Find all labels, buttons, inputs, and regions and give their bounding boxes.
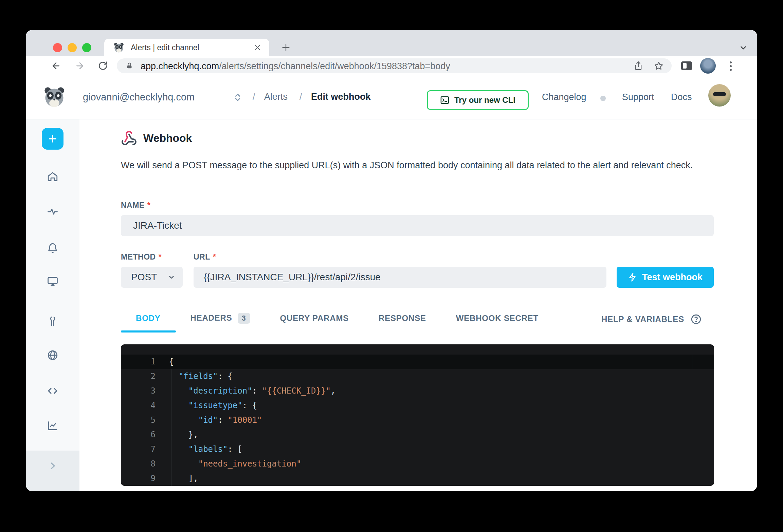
sidebar-item-maintenance-wrench-icon[interactable] <box>47 316 58 327</box>
try-cli-button[interactable]: Try our new CLI <box>427 90 529 110</box>
sidebar-item-dashboards-icon[interactable] <box>47 276 58 287</box>
url-label: URL* <box>194 252 216 262</box>
test-webhook-label: Test webhook <box>642 272 703 283</box>
url-path: /alerts/settings/channels/edit/webhook/1… <box>219 61 450 71</box>
required-asterisk: * <box>147 201 150 210</box>
tab-query-params[interactable]: QUERY PARAMS <box>265 314 364 323</box>
sidebar-item-home-icon[interactable] <box>47 171 58 183</box>
plus-icon <box>47 133 58 144</box>
browser-tabstrip: Alerts | edit channel <box>26 30 757 56</box>
collapse-chevron-icon[interactable] <box>48 461 58 471</box>
tab-webhook-secret[interactable]: WEBHOOK SECRET <box>441 314 553 323</box>
code-line[interactable]: 3 "description": "{{CHECK_ID}}", <box>121 384 714 398</box>
code-line[interactable]: 9 ], <box>121 471 714 486</box>
close-tab-icon[interactable] <box>253 43 262 52</box>
tab-search-chevron-icon[interactable] <box>739 43 748 52</box>
webhook-tabs: BODY HEADERS3 QUERY PARAMS RESPONSE WEBH… <box>121 313 553 324</box>
page-title: Webhook <box>143 132 192 145</box>
method-select[interactable]: POST <box>121 267 183 288</box>
account-chevrons-icon[interactable] <box>233 92 242 102</box>
indent-guide <box>181 384 181 486</box>
sidebar-item-snippets-code-icon[interactable] <box>47 385 58 397</box>
docs-link[interactable]: Docs <box>671 92 692 102</box>
line-number: 4 <box>121 398 156 413</box>
changelog-link[interactable]: Changelog <box>542 92 586 102</box>
code-line[interactable]: 2 "fields": { <box>121 369 714 384</box>
code-line[interactable]: 6 }, <box>121 428 714 442</box>
test-webhook-button[interactable]: Test webhook <box>617 267 714 288</box>
fullscreen-window-button[interactable] <box>82 43 91 52</box>
line-number: 5 <box>121 413 156 428</box>
forward-icon[interactable] <box>75 61 85 71</box>
changelog-dot <box>600 96 606 101</box>
account-switcher[interactable]: giovanni@checklyhq.com <box>83 92 195 103</box>
new-tab-icon[interactable] <box>281 43 291 52</box>
tab-response[interactable]: RESPONSE <box>364 314 441 323</box>
bookmark-star-icon[interactable] <box>654 61 663 71</box>
breadcrumb-alerts[interactable]: Alerts <box>264 92 288 102</box>
required-asterisk: * <box>213 252 216 261</box>
sidebar-item-private-locations-globe-icon[interactable] <box>47 349 58 361</box>
line-number: 6 <box>121 428 156 442</box>
checkly-favicon <box>113 42 125 53</box>
tab-title: Alerts | edit channel <box>131 43 199 52</box>
minimize-window-button[interactable] <box>68 43 77 52</box>
support-link[interactable]: Support <box>622 92 654 102</box>
webhook-icon <box>121 130 137 147</box>
sidebar-collapse-bar[interactable] <box>26 451 79 491</box>
terminal-icon <box>440 95 450 105</box>
code-line[interactable]: 5 "id": "10001" <box>121 413 714 428</box>
url-text[interactable]: app.checklyhq.com/alerts/settings/channe… <box>141 61 450 72</box>
code-lines: 1{2 "fields": {3 "description": "{{CHECK… <box>121 355 714 486</box>
tab-body[interactable]: BODY <box>121 314 176 323</box>
editor-scrollbar-track[interactable] <box>692 344 692 486</box>
address-bar[interactable]: app.checklyhq.com/alerts/settings/channe… <box>117 58 672 73</box>
code-line[interactable]: 8 "needs_investigation" <box>121 457 714 471</box>
name-value: JIRA-Ticket <box>133 220 182 231</box>
app-header: giovanni@checklyhq.com / Alerts / Edit w… <box>26 75 757 119</box>
line-number: 3 <box>121 384 156 398</box>
code-line[interactable]: 7 "labels": [ <box>121 442 714 457</box>
create-button[interactable] <box>42 128 63 150</box>
webhook-description: We will send a POST message to the suppl… <box>121 158 700 173</box>
help-variables-link[interactable]: HELP & VARIABLES <box>601 314 702 325</box>
headers-count-badge: 3 <box>238 313 250 324</box>
breadcrumb-separator: / <box>253 92 255 102</box>
code-line[interactable]: 1{ <box>121 355 714 369</box>
method-label: METHOD* <box>121 252 162 262</box>
browser-urlbar: app.checklyhq.com/alerts/settings/channe… <box>26 56 757 75</box>
url-input[interactable]: {{JIRA_INSTANCE_URL}}/rest/api/2/issue <box>194 267 606 288</box>
checkly-logo[interactable] <box>43 86 66 109</box>
sidebar-item-alerts-bell-icon[interactable] <box>47 242 58 254</box>
breadcrumb-separator: / <box>299 92 302 102</box>
line-number: 7 <box>121 442 156 457</box>
user-avatar[interactable] <box>708 84 731 107</box>
sunglasses <box>713 92 726 96</box>
screen: Alerts | edit channel app.checklyhq.com/… <box>0 0 783 532</box>
side-panel-icon[interactable] <box>681 61 692 70</box>
lock-icon <box>126 62 133 70</box>
try-cli-label: Try our new CLI <box>454 95 515 105</box>
sidebar-item-analytics-chart-icon[interactable] <box>47 420 58 432</box>
tab-headers[interactable]: HEADERS3 <box>176 313 265 324</box>
body-code-editor[interactable]: 1{2 "fields": {3 "description": "{{CHECK… <box>121 344 714 486</box>
close-window-button[interactable] <box>53 43 62 52</box>
browser-menu-icon[interactable] <box>729 61 732 71</box>
app-sidebar <box>26 119 79 491</box>
browser-profile-avatar[interactable] <box>700 58 716 74</box>
back-icon[interactable] <box>51 61 61 71</box>
chevron-down-icon <box>168 273 175 281</box>
indent-guide <box>171 369 171 486</box>
help-question-icon <box>690 314 702 325</box>
share-icon[interactable] <box>634 61 643 71</box>
name-input[interactable]: JIRA-Ticket <box>121 215 714 236</box>
browser-tab[interactable]: Alerts | edit channel <box>104 39 269 56</box>
breadcrumb-current: Edit webhook <box>311 92 371 102</box>
active-tab-underline <box>121 330 176 332</box>
name-label: NAME* <box>121 201 150 210</box>
code-line[interactable]: 4 "issuetype": { <box>121 398 714 413</box>
sidebar-item-monitoring-icon[interactable] <box>47 206 58 217</box>
line-number: 2 <box>121 369 156 384</box>
reload-icon[interactable] <box>98 61 108 71</box>
lightning-icon <box>628 272 637 282</box>
